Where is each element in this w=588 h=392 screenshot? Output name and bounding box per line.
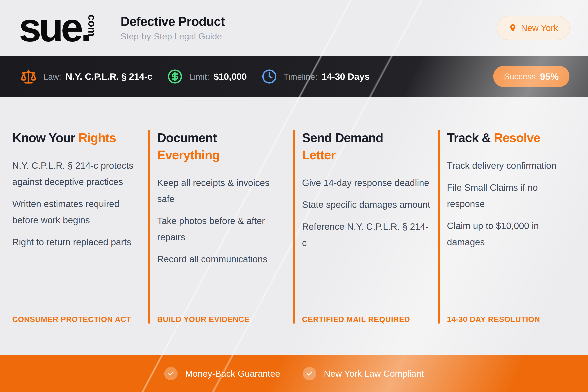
success-label: Success	[504, 72, 536, 81]
check-circle	[164, 367, 178, 380]
step-bullet: Track delivery confirmation	[447, 158, 576, 174]
check-icon	[306, 370, 313, 377]
step-footer: 14-30 DAY RESOLUTION	[447, 306, 576, 324]
compliance-label: New York Law Compliant	[324, 368, 424, 379]
timeline-value: 14-30 Days	[322, 71, 370, 82]
legal-guide-page: { "header": { "logo_main": "sue.", "logo…	[0, 0, 588, 392]
step-bullet: Keep all receipts & invoices safe	[157, 175, 286, 208]
scales-icon	[20, 68, 37, 85]
logo-main-text: sue.	[19, 7, 89, 48]
step-bullet-list: Track delivery confirmationFile Small Cl…	[447, 158, 576, 256]
limit-label: Limit:	[189, 72, 209, 82]
step-track-and-resolve: Track & Resolve Track delivery confirmat…	[447, 129, 576, 324]
step-bullet-list: Give 14-day response deadlineState speci…	[302, 175, 431, 257]
step-bullet: Written estimates required before work b…	[12, 196, 141, 228]
step-bullet: Take photos before & after repairs	[157, 213, 286, 246]
clock-icon	[262, 69, 277, 84]
step-title-dark: Track &	[447, 131, 490, 145]
step-title-accent: Letter	[302, 146, 431, 164]
law-value: N.Y. C.P.L.R. § 214-c	[66, 71, 152, 82]
success-value: 95%	[540, 71, 559, 82]
limit-value: $10,000	[213, 71, 247, 82]
compliance-item: New York Law Compliant	[303, 367, 424, 380]
law-stat: Law: N.Y. C.P.L.R. § 214-c	[20, 68, 152, 85]
step-title: Document Everything	[157, 129, 286, 164]
sue-com-logo[interactable]: sue. com	[20, 0, 110, 56]
step-bullet-list: N.Y. C.P.L.R. § 214-c protects against d…	[12, 158, 141, 256]
timeline-stat: Timeline: 14-30 Days	[262, 69, 370, 84]
law-label: Law:	[44, 72, 61, 82]
step-know-your-rights: Know Your Rights N.Y. C.P.L.R. § 214-c p…	[12, 129, 141, 324]
step-title: Track & Resolve	[447, 129, 576, 146]
page-title: Defective Product	[121, 14, 225, 29]
check-circle	[303, 367, 316, 380]
page-title-block: Defective Product Step-by-Step Legal Gui…	[121, 14, 225, 41]
step-title: Send Demand Letter	[302, 129, 431, 164]
guarantee-label: Money-Back Guarantee	[185, 368, 280, 379]
check-icon	[168, 370, 174, 377]
success-rate-badge: Success 95%	[493, 66, 569, 87]
step-footer-label: CERTIFIED MAIL REQUIRED	[302, 315, 410, 324]
step-bullet: Give 14-day response deadline	[302, 175, 431, 191]
logo-tld-text: com	[86, 14, 98, 36]
step-bullet: Record all communications	[157, 251, 286, 268]
step-title-accent: Everything	[157, 146, 286, 164]
step-title: Know Your Rights	[12, 129, 141, 146]
step-footer: CERTIFIED MAIL REQUIRED	[302, 306, 431, 324]
location-badge[interactable]: New York	[497, 16, 570, 40]
step-title-dark: Send Demand	[302, 131, 383, 145]
dollar-icon	[167, 69, 183, 84]
step-send-demand-letter: Send Demand Letter Give 14-day response …	[302, 129, 431, 324]
step-title-dark: Know Your	[12, 131, 75, 145]
limit-stat: Limit: $10,000	[167, 69, 247, 84]
step-bullet: Claim up to $10,000 in damages	[447, 218, 576, 250]
step-bullet: Right to return replaced parts	[12, 234, 141, 250]
timeline-label: Timeline:	[283, 72, 317, 82]
step-bullet: File Small Claims if no response	[447, 180, 576, 212]
step-footer: BUILD YOUR EVIDENCE	[157, 306, 286, 324]
step-footer-label: CONSUMER PROTECTION ACT	[12, 315, 131, 324]
step-footer-label: BUILD YOUR EVIDENCE	[157, 315, 250, 324]
step-document-everything: Document Everything Keep all receipts & …	[157, 129, 286, 324]
step-bullet: State specific damages amount	[302, 197, 431, 213]
step-bullet-list: Keep all receipts & invoices safeTake ph…	[157, 175, 286, 274]
step-title-accent: Rights	[79, 131, 116, 145]
bottom-bar: Money-Back Guarantee New York Law Compli…	[0, 355, 588, 392]
step-title-accent: Resolve	[494, 131, 540, 145]
app-header: sue. com Defective Product Step-by-Step …	[0, 0, 588, 56]
step-title-dark: Document	[157, 131, 217, 145]
location-label: New York	[521, 23, 558, 33]
step-bullet: Reference N.Y. C.P.L.R. § 214-c	[302, 219, 431, 251]
step-footer: CONSUMER PROTECTION ACT	[12, 306, 141, 324]
info-bar: Law: N.Y. C.P.L.R. § 214-c Limit: $10,00…	[0, 56, 588, 97]
steps-grid: Know Your Rights N.Y. C.P.L.R. § 214-c p…	[0, 97, 588, 355]
page-subtitle: Step-by-Step Legal Guide	[121, 32, 225, 41]
step-bullet: N.Y. C.P.L.R. § 214-c protects against d…	[12, 158, 141, 190]
guarantee-item: Money-Back Guarantee	[164, 367, 280, 380]
step-footer-label: 14-30 DAY RESOLUTION	[447, 315, 540, 324]
location-pin-icon	[508, 24, 517, 32]
